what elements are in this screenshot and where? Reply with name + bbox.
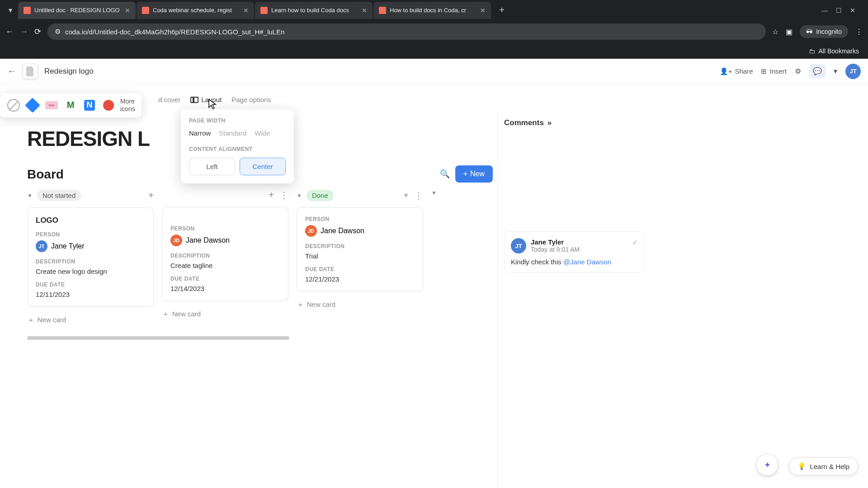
new-card-button[interactable]: + New card [297, 299, 423, 310]
chevron-down-icon[interactable]: ▼ [27, 192, 33, 199]
close-icon[interactable]: ✕ [480, 7, 486, 14]
board-card[interactable]: PERSON JD Jane Dawson DESCRIPTION Create… [162, 207, 288, 301]
folder-icon: 🗀 [809, 47, 815, 55]
person-avatar: JT [36, 240, 47, 252]
align-left-button[interactable]: Left [189, 158, 235, 175]
browser-tab-0[interactable]: Untitled doc · REDESIGN LOGO ✕ [18, 2, 136, 19]
resolve-icon[interactable]: ✓ [632, 238, 638, 247]
person-label: PERSON [36, 231, 145, 238]
new-card-label: New card [307, 300, 335, 308]
board-card[interactable]: LOGO PERSON JT Jane Tyler DESCRIPTION Cr… [27, 207, 154, 307]
maximize-icon[interactable]: ☐ [836, 7, 842, 14]
board-column-done: ▼ Done + ⋮ PERSON JD Jane Dawson D [297, 190, 423, 325]
icon-option-sun[interactable] [101, 98, 116, 113]
description-label: DESCRIPTION [170, 253, 280, 259]
icon-option-diamond[interactable] [25, 98, 40, 113]
collapse-icon[interactable]: » [547, 118, 552, 127]
chevron-down-icon[interactable]: ▾ [834, 67, 837, 75]
status-badge[interactable]: Not started [37, 190, 81, 201]
incognito-badge[interactable]: 🕶 Incognito [800, 25, 848, 38]
close-icon[interactable]: ✕ [243, 7, 249, 14]
favicon-icon [260, 7, 268, 14]
page-options-button[interactable]: Page options [231, 96, 271, 103]
new-button[interactable]: + New [455, 165, 493, 183]
tabs-dropdown[interactable]: ▾ [4, 4, 17, 17]
comment-mention[interactable]: @Jane Dawson [563, 258, 611, 266]
doc-back-icon[interactable]: ← [7, 66, 16, 76]
back-icon[interactable]: ← [5, 27, 14, 37]
settings-icon[interactable]: ⚙ [795, 67, 801, 75]
url-field[interactable]: ⚙ coda.io/d/Untitled-doc_dk4MaGh2h6p/RED… [47, 23, 766, 40]
minimize-icon[interactable]: — [821, 7, 828, 14]
forward-icon[interactable]: → [20, 27, 28, 37]
site-info-icon[interactable]: ⚙ [55, 28, 61, 36]
horizontal-scrollbar[interactable] [27, 336, 289, 340]
close-icon[interactable]: ✕ [125, 7, 130, 14]
width-wide-option[interactable]: Wide [255, 129, 270, 137]
incognito-icon: 🕶 [806, 28, 812, 35]
insert-button[interactable]: ⊞ Insert [761, 67, 787, 75]
share-label: Share [735, 67, 753, 75]
person-label: PERSON [305, 216, 415, 222]
panel-icon[interactable]: ▣ [786, 28, 793, 36]
card-description: Trial [305, 252, 415, 260]
plus-icon: + [164, 310, 168, 318]
add-card-icon[interactable]: + [148, 190, 154, 201]
align-center-button[interactable]: Center [240, 158, 286, 175]
add-card-icon[interactable]: + [403, 190, 409, 201]
browser-tab-3[interactable]: How to build docs in Coda, cr ✕ [373, 2, 491, 19]
close-icon[interactable]: ✕ [362, 7, 367, 14]
new-card-button[interactable]: + New card [27, 314, 154, 325]
menu-icon[interactable]: ⋮ [855, 28, 863, 36]
reload-icon[interactable]: ⟳ [34, 27, 41, 37]
browser-tab-1[interactable]: Coda webinar schedule, regist ✕ [137, 2, 254, 19]
search-icon[interactable]: 🔍 [440, 169, 450, 179]
due-date-label: DUE DATE [305, 266, 415, 272]
star-icon[interactable]: ☆ [772, 28, 778, 36]
comment-avatar: JT [511, 238, 526, 253]
board-card[interactable]: PERSON JD Jane Dawson DESCRIPTION Trial … [297, 207, 423, 291]
doc-title[interactable]: Redesign logo [44, 67, 94, 76]
learn-help-button[interactable]: 💡 Learn & Help [789, 457, 858, 475]
no-icon-option[interactable] [6, 98, 21, 113]
share-icon: 👤+ [720, 67, 732, 75]
card-title: LOGO [36, 216, 145, 225]
comments-toggle-icon[interactable]: 💬 [809, 64, 826, 78]
board: ▼ Not started + LOGO PERSON JT Jane Tyle… [27, 190, 497, 332]
chevron-down-icon[interactable]: ▼ [297, 192, 302, 199]
new-tab-button[interactable]: + [495, 3, 509, 18]
comments-panel: Comments » JT Jane Tyler Today at 9:01 A… [497, 109, 651, 488]
column-menu-icon[interactable]: ⋮ [414, 190, 423, 201]
close-window-icon[interactable]: ✕ [850, 7, 855, 14]
description-label: DESCRIPTION [305, 243, 415, 249]
layout-button[interactable]: Layout [190, 96, 222, 103]
width-standard-option[interactable]: Standard [219, 129, 246, 137]
card-description: Create tagline [170, 262, 280, 269]
favicon-icon [142, 7, 149, 14]
width-narrow-option[interactable]: Narrow [189, 129, 211, 137]
browser-tab-2[interactable]: Learn how to build Coda docs ✕ [255, 2, 373, 19]
address-bar: ← → ⟳ ⚙ coda.io/d/Untitled-doc_dk4MaGh2h… [0, 20, 868, 43]
page-toolbar: d cover Layout Page options [158, 96, 271, 103]
chevron-down-icon[interactable]: ▼ [431, 190, 437, 196]
new-button-label: New [470, 170, 485, 178]
person-label: PERSON [170, 225, 280, 232]
ai-assist-button[interactable]: ✦ [757, 455, 778, 475]
new-card-button[interactable]: + New card [162, 308, 288, 319]
status-badge[interactable]: Done [307, 190, 334, 201]
doc-icon-button[interactable] [23, 64, 38, 79]
add-cover-button[interactable]: d cover [158, 96, 180, 103]
share-button[interactable]: 👤+ Share [720, 67, 753, 75]
icon-option-sos[interactable]: sos [44, 98, 59, 113]
insert-label: Insert [769, 67, 787, 75]
plus-icon: + [298, 300, 302, 308]
all-bookmarks-link[interactable]: All Bookmarks [819, 47, 859, 55]
comment-item[interactable]: JT Jane Tyler Today at 9:01 AM ✓ Kindly … [504, 231, 645, 272]
add-card-icon[interactable]: + [269, 190, 274, 201]
user-avatar[interactable]: JT [845, 64, 861, 79]
card-due-date: 12/21/2023 [305, 275, 415, 283]
column-menu-icon[interactable]: ⋮ [279, 190, 288, 201]
icon-option-mask[interactable]: M [63, 98, 78, 113]
icon-option-n[interactable]: N [82, 98, 97, 113]
more-icons-button[interactable]: More icons [120, 98, 135, 113]
